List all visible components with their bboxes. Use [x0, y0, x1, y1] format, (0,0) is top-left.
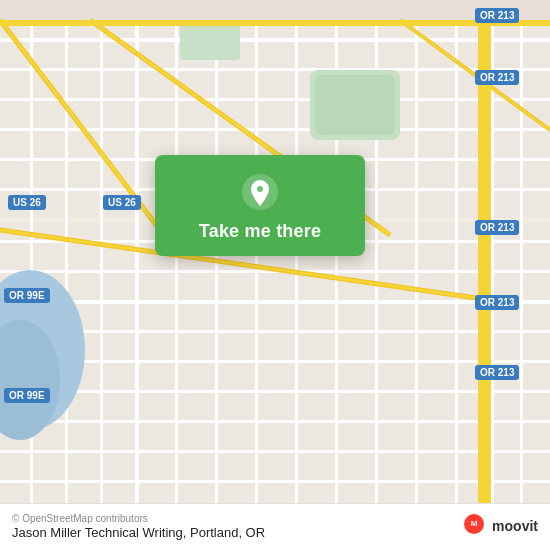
map-card[interactable]: Take me there — [155, 155, 365, 256]
svg-rect-45 — [0, 20, 550, 26]
svg-rect-23 — [255, 20, 258, 530]
bottom-left: © OpenStreetMap contributors Jason Mille… — [12, 513, 265, 540]
svg-rect-28 — [455, 20, 458, 530]
label-or99e-1: OR 99E — [4, 288, 50, 303]
svg-rect-19 — [100, 20, 103, 530]
take-me-there-button[interactable]: Take me there — [199, 221, 321, 242]
svg-rect-20 — [135, 20, 139, 530]
location-name: Jason Miller Technical Writing, Portland… — [12, 525, 265, 540]
svg-rect-0 — [0, 20, 550, 530]
label-or213-r1: OR 213 — [475, 70, 519, 85]
svg-rect-14 — [0, 420, 550, 423]
svg-rect-13 — [0, 390, 550, 393]
svg-rect-3 — [0, 98, 550, 101]
svg-rect-46 — [478, 20, 486, 530]
moovit-logo: M moovit — [460, 512, 538, 540]
svg-rect-15 — [0, 450, 550, 453]
svg-text:M: M — [471, 519, 478, 528]
label-us26-center: US 26 — [103, 195, 141, 210]
svg-rect-18 — [65, 20, 68, 530]
label-or213-top: OR 213 — [475, 8, 519, 23]
location-pin-icon — [241, 173, 279, 211]
svg-rect-16 — [0, 480, 550, 483]
svg-rect-30 — [520, 20, 523, 530]
map-background — [0, 0, 550, 550]
svg-rect-1 — [0, 38, 550, 42]
label-us26-left: US 26 — [8, 195, 46, 210]
osm-credit: © OpenStreetMap contributors — [12, 513, 265, 524]
label-or99e-2: OR 99E — [4, 388, 50, 403]
svg-rect-43 — [315, 75, 395, 135]
svg-rect-22 — [215, 20, 218, 530]
bottom-bar: © OpenStreetMap contributors Jason Mille… — [0, 503, 550, 550]
moovit-icon: M — [460, 512, 488, 540]
svg-rect-21 — [175, 20, 178, 530]
label-or213-r3: OR 213 — [475, 295, 519, 310]
svg-rect-27 — [415, 20, 418, 530]
map-container: OR 213 OR 213 OR 213 OR 213 OR 213 US 26… — [0, 0, 550, 550]
svg-rect-10 — [0, 300, 550, 304]
label-or213-r4: OR 213 — [475, 365, 519, 380]
moovit-label: moovit — [492, 518, 538, 534]
label-or213-r2: OR 213 — [475, 220, 519, 235]
